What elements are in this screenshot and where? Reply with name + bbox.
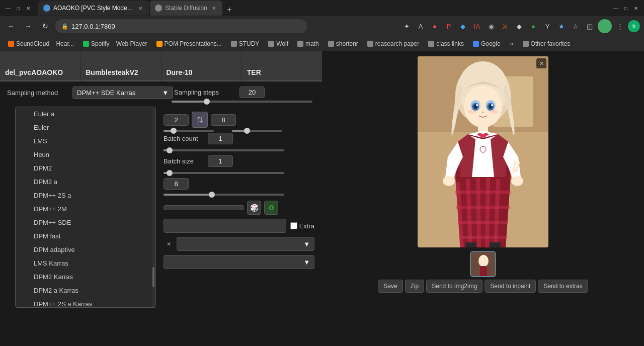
- tab-aoaoko[interactable]: AOAOKO [PVC Style Model] - PV... ✕: [38, 1, 149, 16]
- width-slider-thumb[interactable]: [171, 128, 177, 134]
- scrollbar-thumb[interactable]: [152, 267, 154, 287]
- extension-icon-brave[interactable]: ⚔: [499, 20, 511, 32]
- extension-icon-8[interactable]: ◆: [513, 20, 525, 32]
- dropdown-item-dpmfast[interactable]: DPM fast: [16, 229, 155, 243]
- win-close[interactable]: ✕: [632, 4, 640, 12]
- send-to-extras-button[interactable]: Send to extras: [538, 280, 588, 293]
- dropdown-item-dpmpp2sakarras[interactable]: DPM++ 2S a Karras: [16, 297, 155, 308]
- maximize-button[interactable]: □: [14, 4, 22, 12]
- dropdown-item-lmskarras[interactable]: LMS Karras: [16, 256, 155, 270]
- forward-button[interactable]: →: [21, 19, 35, 33]
- dropdown-item-dpm2akarras[interactable]: DPM2 a Karras: [16, 284, 155, 297]
- steps-slider-thumb[interactable]: [204, 99, 210, 105]
- dropdown-item-dpm2karras[interactable]: DPM2 Karras: [16, 270, 155, 284]
- bookmark-classlinks[interactable]: class links: [424, 38, 468, 49]
- sampling-steps-input[interactable]: 20: [239, 86, 265, 98]
- model-card-3[interactable]: TER: [242, 51, 322, 81]
- zip-button[interactable]: Zip: [405, 280, 425, 293]
- new-tab-button[interactable]: +: [223, 4, 235, 16]
- extension-icon-10[interactable]: ★: [555, 20, 568, 32]
- bookmark-math[interactable]: math: [293, 38, 323, 49]
- dropdown-item-dpmppsde[interactable]: DPM++ SDE: [16, 216, 155, 229]
- bookmark-other[interactable]: Other favorites: [519, 38, 575, 49]
- bookmark-google[interactable]: Google: [469, 38, 505, 49]
- dropdown-item-euler[interactable]: Euler: [16, 121, 155, 134]
- height-input[interactable]: 8: [211, 114, 236, 126]
- win-restore[interactable]: □: [622, 4, 630, 12]
- left-panel: del_pvcAOAOKO BumblesteakV2 Dure-10 TER …: [0, 51, 322, 328]
- model-card-1[interactable]: BumblesteakV2: [80, 51, 160, 81]
- batch-size-input[interactable]: 1: [208, 155, 233, 167]
- extension-icon-9[interactable]: ●: [527, 20, 539, 32]
- bing-icon[interactable]: b: [628, 20, 640, 32]
- bookmark-research[interactable]: reasearch paper: [363, 38, 423, 49]
- extension-icon-2[interactable]: A: [415, 20, 427, 32]
- extra-checkbox-label[interactable]: Extra: [290, 222, 314, 230]
- height-slider: [232, 130, 282, 132]
- send-to-inpaint-button[interactable]: Send to inpaint: [485, 280, 536, 293]
- close-image-button[interactable]: ✕: [536, 58, 546, 68]
- sampling-method-dropdown-list[interactable]: Euler a Euler LMS Heun DPM2: [15, 107, 156, 308]
- swap-dimensions-button[interactable]: ⇅: [192, 112, 208, 128]
- extension-icon-y[interactable]: Y: [541, 20, 553, 32]
- cfg-thumb[interactable]: [209, 192, 215, 198]
- script-input[interactable]: [164, 219, 286, 233]
- model-dropdown-1[interactable]: ▼: [177, 237, 314, 251]
- tab-close-sd[interactable]: ✕: [210, 5, 217, 12]
- bookmark-pom[interactable]: POM Presentations...: [152, 38, 226, 49]
- svg-rect-20: [490, 242, 501, 247]
- model-card-2[interactable]: Dure-10: [162, 51, 242, 81]
- send-to-img2img-button[interactable]: Send to img2img: [426, 280, 482, 293]
- dropdown-item-heun[interactable]: Heun: [16, 148, 155, 161]
- bookmark-wolf[interactable]: Wolf: [264, 38, 292, 49]
- batch-count-thumb[interactable]: [167, 147, 173, 153]
- extension-icon-5[interactable]: ◆: [457, 20, 469, 32]
- tab-close-aoaoko[interactable]: ✕: [137, 5, 144, 12]
- save-button[interactable]: Save: [378, 280, 403, 293]
- width-input[interactable]: 2: [164, 114, 189, 126]
- dropdown-item-dpm2a[interactable]: DPM2 a: [16, 175, 155, 189]
- bookmark-soundcloud[interactable]: SoundCloud – Hear...: [4, 38, 78, 49]
- dice-button[interactable]: 🎲: [247, 201, 261, 215]
- thumbnail-0[interactable]: [470, 251, 496, 277]
- extra-checkbox[interactable]: [290, 222, 297, 229]
- dropdown-item-dpmadaptive[interactable]: DPM adaptive: [16, 243, 155, 256]
- close-button[interactable]: ✕: [24, 4, 32, 12]
- dropdown-item-dpm2[interactable]: DPM2: [16, 161, 155, 175]
- dropdown-item-lms[interactable]: LMS: [16, 134, 155, 148]
- star-icon[interactable]: ☆: [570, 20, 582, 32]
- batch-size-thumb[interactable]: [167, 170, 173, 176]
- dropdown-item-dpmpp2sa[interactable]: DPM++ 2S a: [16, 189, 155, 202]
- dropdown-item-euler-a[interactable]: Euler a: [16, 107, 155, 121]
- bookmark-spotify[interactable]: Spotify – Web Player: [79, 38, 151, 49]
- win-minimize[interactable]: —: [612, 4, 620, 12]
- dropdown-item-dpmpp2m[interactable]: DPM++ 2M: [16, 202, 155, 216]
- bookmark-shortenr[interactable]: shortenr: [324, 38, 362, 49]
- sidebar-icon[interactable]: ◫: [584, 20, 596, 32]
- reload-button[interactable]: ↻: [38, 19, 52, 33]
- height-slider-thumb[interactable]: [244, 128, 250, 134]
- profile-icon[interactable]: [598, 19, 612, 33]
- cfg-input[interactable]: 8: [164, 178, 189, 190]
- tab-stable-diffusion[interactable]: Stable Diffusion ✕: [150, 1, 222, 16]
- extension-icon-7[interactable]: ◉: [485, 20, 497, 32]
- seed-input[interactable]: [164, 205, 244, 210]
- minimize-button[interactable]: —: [4, 4, 12, 12]
- sampling-method-dropdown[interactable]: DPM++ SDE Karras ▼: [72, 86, 173, 99]
- model-dropdown-2[interactable]: ▼: [164, 255, 314, 269]
- bookmark-study[interactable]: STUDY: [227, 38, 264, 49]
- model-card-0[interactable]: del_pvcAOAOKO: [0, 51, 80, 81]
- recycle-button[interactable]: ♻: [264, 201, 278, 215]
- back-button[interactable]: ←: [4, 19, 18, 33]
- extension-icon-1[interactable]: ✦: [400, 20, 413, 32]
- extension-icon-3[interactable]: ●: [429, 20, 441, 32]
- extension-icon-4[interactable]: P: [443, 20, 455, 32]
- url-bar[interactable]: 🔒 127.0.0.1:7860: [55, 19, 307, 33]
- more-icon[interactable]: ⋮: [614, 20, 626, 32]
- model-clear-button[interactable]: ✕: [164, 239, 174, 249]
- extension-icon-6[interactable]: IA: [471, 20, 483, 32]
- dropdown-item-label: DPM2: [34, 164, 52, 172]
- batch-count-input[interactable]: 1: [208, 133, 233, 144]
- bookmarks-more-button[interactable]: »: [506, 38, 518, 49]
- generated-image-container: [418, 56, 548, 247]
